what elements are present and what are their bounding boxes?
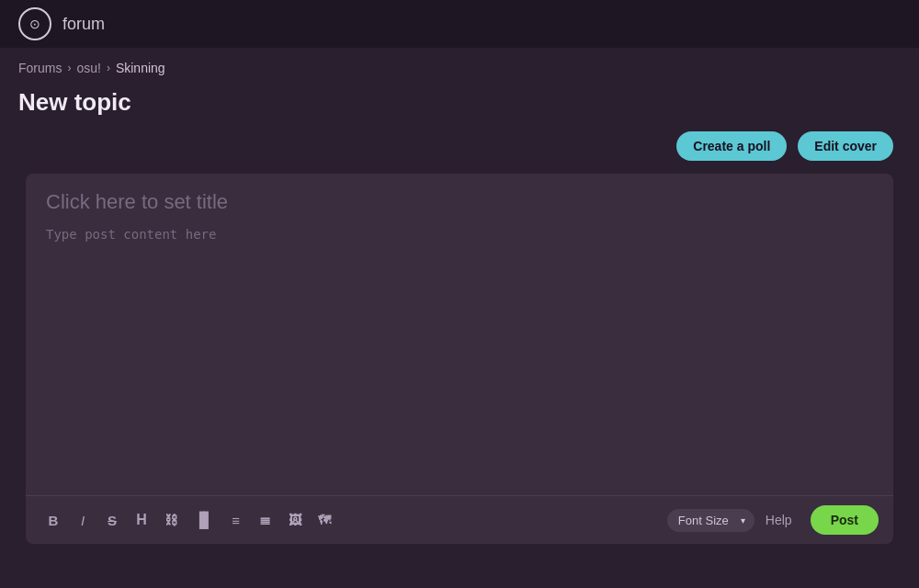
topic-title-input[interactable] (26, 174, 893, 220)
app-title: forum (62, 15, 105, 34)
action-bar: Create a poll Edit cover (0, 131, 919, 174)
breadcrumb-current: Skinning (116, 61, 165, 75)
topic-content-input[interactable] (26, 220, 893, 495)
link-button[interactable]: ⛓ (158, 507, 184, 533)
breadcrumb-sep-2: › (107, 62, 110, 74)
strikethrough-button[interactable]: S (99, 507, 125, 533)
ordered-list-button[interactable]: ≡ (223, 507, 249, 533)
beatmap-button[interactable]: 🗺 (312, 507, 337, 533)
edit-cover-button[interactable]: Edit cover (798, 131, 893, 161)
font-size-wrapper: Font Size Tiny Small Normal Large Huge ▾ (667, 509, 754, 532)
page-title-bar: New topic (0, 83, 919, 131)
columns-button[interactable]: ▐▌ (187, 507, 220, 533)
heading-button[interactable]: H (129, 507, 154, 533)
help-button[interactable]: Help (758, 509, 800, 531)
post-button[interactable]: Post (811, 505, 879, 535)
bold-button[interactable] (40, 507, 66, 533)
create-poll-button[interactable]: Create a poll (676, 131, 787, 161)
font-size-select[interactable]: Font Size Tiny Small Normal Large Huge (667, 509, 754, 532)
editor-toolbar: S H ⛓ ▐▌ ≡ ≣ 🖼 🗺 Font Size Tiny Small No… (26, 495, 893, 544)
breadcrumb-sep-1: › (67, 62, 71, 74)
unordered-list-button[interactable]: ≣ (253, 507, 278, 533)
logo-icon: ⊙ (18, 7, 51, 40)
breadcrumb-osu[interactable]: osu! (76, 61, 100, 75)
page-title: New topic (18, 88, 901, 117)
italic-button[interactable] (70, 507, 96, 533)
breadcrumb: Forums › osu! › Skinning (0, 48, 919, 83)
logo-symbol: ⊙ (29, 17, 40, 31)
breadcrumb-forums[interactable]: Forums (18, 61, 62, 75)
image-button[interactable]: 🖼 (282, 507, 308, 533)
editor-container: S H ⛓ ▐▌ ≡ ≣ 🖼 🗺 Font Size Tiny Small No… (26, 174, 893, 544)
top-navigation: ⊙ forum (0, 0, 919, 48)
